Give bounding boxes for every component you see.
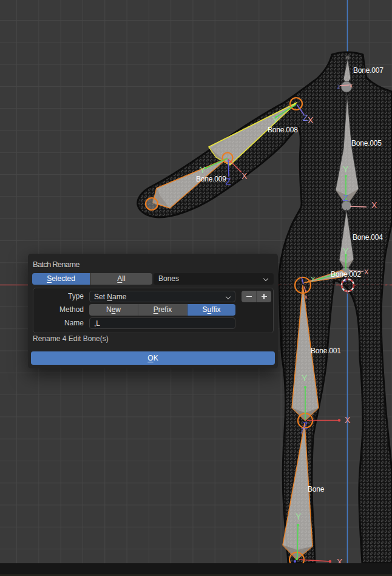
svg-text:Bone.009: Bone.009: [196, 175, 226, 183]
svg-text:Bone.002: Bone.002: [331, 270, 361, 279]
svg-text:X: X: [371, 200, 377, 210]
svg-text:X: X: [364, 268, 369, 276]
svg-text:Bone.004: Bone.004: [353, 233, 383, 242]
svg-text:X: X: [308, 115, 314, 125]
svg-text:X: X: [242, 171, 248, 181]
svg-text:Y: Y: [200, 165, 206, 175]
svg-text:Y: Y: [302, 373, 308, 383]
svg-text:X: X: [345, 415, 351, 425]
svg-text:Y: Y: [272, 115, 279, 125]
svg-text:Z: Z: [300, 426, 305, 435]
svg-text:Z: Z: [343, 193, 348, 203]
svg-text:Z: Z: [226, 177, 231, 186]
svg-text:Y: Y: [343, 246, 349, 256]
svg-text:Bone: Bone: [308, 485, 325, 493]
svg-text:Y: Y: [311, 276, 316, 283]
svg-text:x: x: [350, 83, 353, 89]
svg-text:Bone.005: Bone.005: [351, 139, 382, 147]
svg-text:Bone.007: Bone.007: [353, 66, 384, 75]
svg-text:Y: Y: [343, 164, 349, 174]
svg-text:z: z: [337, 84, 340, 90]
svg-text:Bone.001: Bone.001: [311, 347, 341, 355]
svg-text:Bone.008: Bone.008: [268, 126, 298, 134]
svg-text:x: x: [305, 294, 308, 300]
svg-text:Y: Y: [296, 512, 302, 521]
